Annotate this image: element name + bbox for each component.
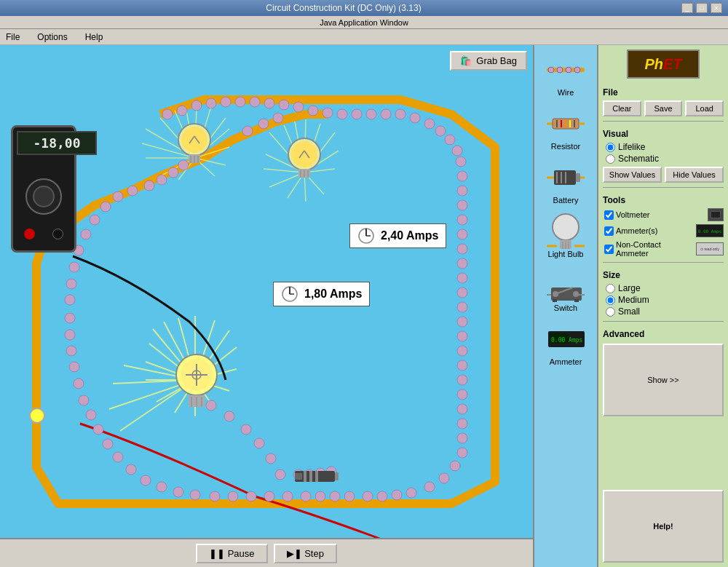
visual-section-title: Visual — [603, 129, 724, 139]
component-battery[interactable]: Battery — [537, 156, 595, 208]
svg-rect-220 — [574, 299, 579, 302]
show-advanced-button[interactable]: Show >> — [603, 344, 724, 416]
svg-point-63 — [366, 109, 376, 119]
nca-checkbox-label[interactable]: Non-Contact Ammeter — [604, 240, 693, 258]
voltmeter-checkbox[interactable] — [604, 210, 614, 220]
svg-point-124 — [66, 279, 76, 289]
svg-point-141 — [241, 424, 251, 435]
voltmeter-red-terminal — [24, 229, 35, 239]
ammeters-tool-label: Ammeter(s) — [616, 226, 657, 235]
lightbulb-top-right — [279, 132, 330, 183]
divider-3 — [603, 262, 724, 263]
grab-bag-icon: 🛍️ — [460, 55, 472, 66]
grab-bag-label: Grab Bag — [476, 55, 517, 66]
hide-values-button[interactable]: Hide Values — [665, 167, 724, 183]
svg-point-85 — [457, 360, 467, 370]
pause-button[interactable]: ❚❚ Pause — [196, 544, 267, 563]
window-controls[interactable]: _ □ × — [681, 3, 722, 13]
svg-rect-178 — [315, 471, 318, 482]
svg-point-131 — [127, 186, 138, 196]
voltmeter-thumb — [708, 208, 724, 221]
lifelike-option[interactable]: Lifelike — [606, 142, 724, 152]
svg-point-96 — [392, 490, 402, 500]
advanced-section-title: Advanced — [603, 329, 724, 339]
nca-checkbox[interactable] — [604, 245, 614, 254]
close-button[interactable]: × — [711, 3, 722, 13]
tools-section-title: Tools — [603, 195, 724, 205]
component-switch[interactable]: Switch — [537, 263, 595, 316]
ammeters-checkbox[interactable] — [604, 226, 614, 236]
svg-point-110 — [157, 482, 167, 492]
component-wire[interactable]: Wire — [537, 48, 595, 100]
ammeters-checkbox-label[interactable]: Ammeter(s) — [604, 226, 693, 236]
svg-point-144 — [275, 469, 285, 480]
component-ammeter[interactable]: 0.00 Amps Ammeter — [537, 317, 595, 370]
svg-point-53 — [221, 97, 231, 107]
large-option[interactable]: Large — [606, 283, 724, 293]
minimize-button[interactable]: _ — [681, 3, 693, 13]
connection-node — [29, 408, 45, 424]
menu-file[interactable]: File — [3, 31, 23, 44]
canvas-area[interactable]: 🛍️ Grab Bag — [0, 45, 533, 567]
menu-options[interactable]: Options — [34, 31, 70, 44]
medium-radio[interactable] — [606, 296, 615, 305]
lifelike-radio[interactable] — [606, 143, 615, 152]
grab-bag-button[interactable]: 🛍️ Grab Bag — [450, 51, 527, 71]
svg-point-190 — [574, 67, 580, 73]
load-button[interactable]: Load — [685, 100, 724, 116]
schematic-radio[interactable] — [606, 154, 615, 164]
svg-point-50 — [177, 106, 187, 116]
switch-icon — [544, 267, 587, 304]
svg-point-133 — [157, 175, 167, 185]
battery-element — [295, 467, 339, 485]
ammeters-tool-row: Ammeter(s) 0.00 Amps — [604, 224, 724, 237]
small-radio[interactable] — [606, 307, 615, 317]
voltmeter-reading: -18,00 — [17, 131, 97, 155]
svg-point-68 — [435, 126, 446, 136]
svg-point-98 — [363, 491, 373, 501]
maximize-button[interactable]: □ — [696, 3, 708, 13]
schematic-option[interactable]: Schematic — [606, 154, 724, 164]
reading-1-80-value: 1,80 Amps — [304, 288, 362, 301]
clear-button[interactable]: Clear — [603, 100, 641, 116]
visual-buttons: Show Values Hide Values — [603, 167, 724, 183]
svg-point-89 — [457, 419, 467, 429]
small-option[interactable]: Small — [606, 306, 724, 317]
help-button[interactable]: Help! — [603, 490, 724, 563]
svg-point-83 — [457, 331, 467, 341]
svg-point-95 — [406, 488, 416, 498]
voltmeter-knob — [25, 178, 62, 215]
svg-point-123 — [65, 295, 75, 305]
svg-point-132 — [144, 181, 154, 191]
subtitle-bar: Java Application Window — [0, 16, 728, 29]
component-resistor[interactable]: Resistor — [537, 102, 595, 154]
svg-point-118 — [74, 378, 84, 389]
ammeters-thumb: 0.00 Amps — [696, 224, 724, 237]
ammeter-icon: 0.00 Amps — [544, 321, 587, 357]
large-radio[interactable] — [606, 284, 615, 293]
step-button[interactable]: ▶❚ Step — [274, 544, 337, 563]
save-button[interactable]: Save — [644, 100, 683, 116]
voltmeter-checkbox-label[interactable]: Voltmeter — [604, 210, 705, 220]
svg-point-91 — [457, 448, 467, 458]
small-label: Small — [618, 306, 640, 317]
svg-point-86 — [457, 375, 467, 385]
svg-point-77 — [457, 244, 467, 254]
menu-help[interactable]: Help — [82, 31, 106, 44]
svg-point-107 — [210, 491, 220, 501]
resistor-icon — [544, 106, 587, 142]
svg-point-97 — [377, 491, 387, 501]
svg-point-65 — [395, 109, 405, 119]
show-values-button[interactable]: Show Values — [603, 167, 662, 183]
lightbulb-label: Light Bulb — [548, 250, 584, 258]
app-title: Circuit Construction Kit (DC Only) (3.13… — [6, 3, 681, 13]
svg-point-60 — [323, 108, 333, 118]
svg-point-80 — [457, 288, 467, 298]
component-lightbulb[interactable]: Light Bulb — [537, 210, 595, 262]
svg-rect-204 — [576, 173, 580, 182]
medium-option[interactable]: Medium — [606, 295, 724, 305]
svg-point-113 — [113, 452, 123, 462]
svg-point-69 — [445, 135, 455, 145]
svg-point-115 — [93, 424, 103, 435]
svg-point-56 — [264, 98, 274, 108]
